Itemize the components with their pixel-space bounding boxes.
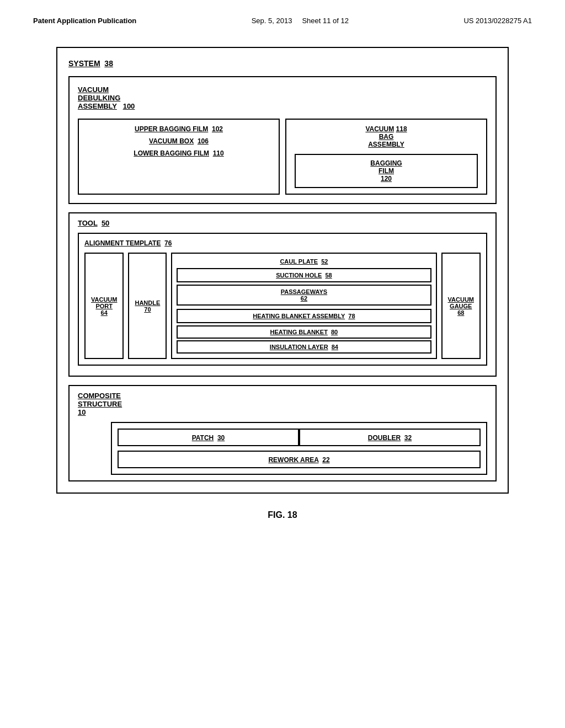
heating-blanket-label: HEATING BLANKET 80: [182, 329, 425, 335]
caul-plate-label: CAUL PLATE 52: [177, 258, 431, 265]
vda-left-column: UPPER BAGGING FILM 102 VACUUM BOX 106 LO…: [78, 119, 280, 195]
system-label: SYSTEM 38: [68, 59, 497, 68]
tool-inner: VACUUM PORT 64 HANDLE 70: [84, 253, 481, 359]
hba-label: HEATING BLANKET ASSEMBLY 78: [182, 313, 425, 319]
bagging-film-label: BAGGING FILM 120: [300, 159, 472, 183]
vacuum-gauge-box: VACUUM GAUGE 68: [441, 253, 481, 359]
heating-blanket-box: HEATING BLANKET 80: [177, 325, 431, 339]
vacuum-box: VACUUM BOX 106: [87, 137, 270, 145]
page: Patent Application Publication Sep. 5, 2…: [0, 0, 565, 728]
system-number: 38: [104, 59, 113, 68]
page-header: Patent Application Publication Sep. 5, 2…: [33, 17, 532, 25]
suction-hole-box: SUCTION HOLE 58: [177, 268, 431, 282]
lower-bagging-film: LOWER BAGGING FILM 110: [87, 149, 270, 157]
passageways-box: PASSAGEWAYS 62: [177, 285, 431, 306]
rework-area-label: REWORK AREA 22: [268, 456, 329, 464]
vacuum-port-label: VACUUM PORT 64: [91, 296, 117, 316]
vda-number: 100: [123, 102, 135, 110]
patch-doubler-row: PATCH 30 DOUBLER 32: [118, 429, 481, 446]
header-sheet: Sheet 11 of 12: [302, 17, 349, 25]
doubler-label: DOUBLER 32: [368, 434, 412, 442]
heating-blanket-assembly-box: HEATING BLANKET ASSEMBLY 78: [177, 309, 431, 323]
tool-section: TOOL 50 ALIGNMENT TEMPLATE 76 VACUUM POR…: [68, 212, 497, 377]
handle-box: HANDLE 70: [128, 253, 167, 359]
header-date: Sep. 5, 2013: [252, 17, 292, 25]
insulation-layer-box: INSULATION LAYER 84: [177, 340, 431, 354]
composite-inner: PATCH 30 DOUBLER 32 REWORK AREA 22: [111, 422, 487, 475]
doubler-box: DOUBLER 32: [299, 429, 481, 446]
vacuum-port-box: VACUUM PORT 64: [84, 253, 124, 359]
patch-box: PATCH 30: [118, 429, 299, 446]
bagging-film-box: BAGGING FILM 120: [295, 154, 478, 188]
bagging-film-number: 120: [381, 175, 392, 183]
alignment-box: ALIGNMENT TEMPLATE 76 VACUUM PORT 64: [78, 233, 487, 366]
insulation-layer-label: INSULATION LAYER 84: [182, 344, 425, 350]
composite-label: COMPOSITE STRUCTURE 10: [78, 392, 487, 416]
passageways-label: PASSAGEWAYS 62: [182, 288, 425, 302]
vba-box: VACUUM 118 BAG ASSEMBLY BAGGING FILM 120: [285, 119, 487, 195]
header-publication-label: Patent Application Publication: [33, 17, 136, 25]
vda-inner: UPPER BAGGING FILM 102 VACUUM BOX 106 LO…: [78, 119, 487, 195]
caul-area: CAUL PLATE 52 SUCTION HOLE 58 PASSAGEWAY…: [171, 253, 436, 359]
vacuum-gauge-label: VACUUM GAUGE 68: [448, 296, 474, 316]
header-patent-number: US 2013/0228275 A1: [463, 17, 532, 25]
figure-container: SYSTEM 38 VACUUM DEBULKING ASSEMBLY 100 …: [56, 47, 509, 494]
alignment-label: ALIGNMENT TEMPLATE 76: [84, 239, 481, 247]
handle-label: HANDLE 70: [135, 299, 160, 313]
patch-label: PATCH 30: [192, 434, 225, 442]
vda-label: VACUUM DEBULKING ASSEMBLY 100: [78, 85, 487, 110]
vda-box: VACUUM DEBULKING ASSEMBLY 100 UPPER BAGG…: [68, 76, 497, 204]
vba-label: VACUUM 118 BAG ASSEMBLY: [295, 125, 478, 148]
suction-hole-label: SUCTION HOLE 58: [182, 272, 425, 279]
rework-area-box: REWORK AREA 22: [118, 451, 481, 468]
figure-caption: FIG. 18: [33, 510, 532, 520]
composite-section: COMPOSITE STRUCTURE 10 PATCH 30 DOUBLER …: [68, 385, 497, 481]
upper-bagging-film: UPPER BAGGING FILM 102: [87, 125, 270, 133]
tool-label: TOOL 50: [78, 219, 487, 227]
header-date-sheet: Sep. 5, 2013 Sheet 11 of 12: [252, 17, 349, 25]
